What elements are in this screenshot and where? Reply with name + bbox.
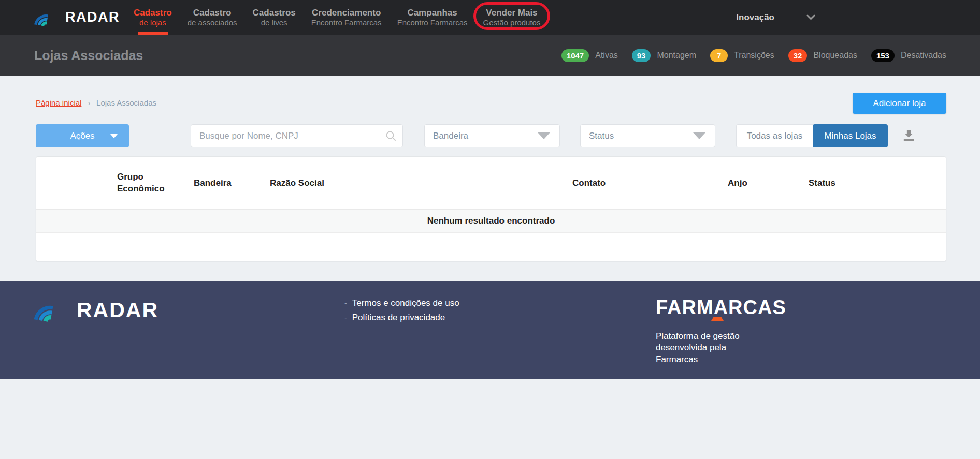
nav-item-title: Vender Mais xyxy=(486,7,537,18)
column-header-grupo-economico: Grupo Econômico xyxy=(117,171,194,195)
acoes-button-label: Ações xyxy=(70,131,94,141)
empty-state-row: Nenhum resultado encontrado xyxy=(36,210,946,233)
stat-pill: 1047 xyxy=(561,49,589,62)
privacy-link-label: Políticas de privacidade xyxy=(352,313,445,323)
nav-item-subtitle: de associados xyxy=(188,18,237,28)
radar-logo-icon xyxy=(34,297,66,323)
footer-links: - Termos e condições de uso - Políticas … xyxy=(344,281,656,379)
column-header-contato: Contato xyxy=(572,178,728,188)
main-content: Página inicial › Lojas Associadas Adicio… xyxy=(0,76,980,281)
nav-item-subtitle: de lojas xyxy=(139,18,166,28)
farmarcas-tagline: Plataforma de gestão desenvolvida pela F… xyxy=(656,331,786,365)
bandeira-select[interactable]: Bandeira xyxy=(424,124,560,147)
stat-label: Bloqueadas xyxy=(813,51,857,60)
nav-item-title: Credenciamento xyxy=(312,7,381,18)
download-icon xyxy=(901,128,916,143)
radar-logo: RADAR xyxy=(34,0,120,35)
column-header-label: Grupo Econômico xyxy=(117,171,169,195)
nav-item-campanhas[interactable]: Campanhas Encontro Farmarcas xyxy=(390,0,475,35)
farmarcas-wordmark: FARMARCAS xyxy=(656,297,786,318)
stat-transicoes[interactable]: 7 Transições xyxy=(710,49,774,62)
stat-pill: 153 xyxy=(871,49,895,62)
search-input[interactable] xyxy=(191,124,403,147)
empty-state-message: Nenhum resultado encontrado xyxy=(427,216,555,226)
breadcrumb-home-link[interactable]: Página inicial xyxy=(36,98,81,107)
nav-item-cadastro-associados[interactable]: Cadastro de associados xyxy=(180,0,245,35)
bandeira-select-value: Bandeira xyxy=(433,131,468,141)
terms-link[interactable]: - Termos e condições de uso xyxy=(344,298,656,308)
nav-item-credenciamento[interactable]: Credenciamento Encontro Farmarcas xyxy=(304,0,390,35)
search-icon xyxy=(385,130,396,141)
breadcrumb-row: Página inicial › Lojas Associadas Adicio… xyxy=(36,93,946,114)
page-title: Lojas Associadas xyxy=(34,48,143,63)
breadcrumb-separator: › xyxy=(88,99,90,107)
farmarcas-logo: FARMARCAS xyxy=(656,298,786,317)
nav-item-cadastro-lojas[interactable]: Cadastro de lojas xyxy=(126,0,180,35)
adicionar-loja-button[interactable]: Adicionar loja xyxy=(853,93,946,114)
dash-bullet: - xyxy=(344,299,347,307)
filter-row: Ações Bandeira Status Todas as lojas Min… xyxy=(36,124,946,147)
tagline-line: Farmarcas xyxy=(656,354,786,365)
dropdown-caret-icon xyxy=(693,132,705,139)
user-menu-label: Inovação xyxy=(736,12,774,23)
toggle-todas-as-lojas-button[interactable]: Todas as lojas xyxy=(736,124,813,147)
status-select-value: Status xyxy=(589,131,614,141)
terms-link-label: Termos e condições de uso xyxy=(352,298,459,308)
footer-partner-block: FARMARCAS Plataforma de gestão desenvolv… xyxy=(656,281,786,379)
inovacao-menu[interactable]: Inovação xyxy=(736,0,815,35)
nav-items: Cadastro de lojas Cadastro de associados… xyxy=(126,0,548,35)
stat-bloqueadas[interactable]: 32 Bloqueadas xyxy=(788,49,857,62)
stat-pill: 7 xyxy=(710,49,728,62)
toggle-minhas-lojas-button[interactable]: Minhas Lojas xyxy=(813,124,888,147)
stat-montagem[interactable]: 93 Montagem xyxy=(632,49,696,62)
top-nav: RADAR Cadastro de lojas Cadastro de asso… xyxy=(0,0,980,35)
nav-item-title: Cadastro xyxy=(134,7,172,18)
nav-item-subtitle: de lives xyxy=(261,18,287,28)
stat-ativas[interactable]: 1047 Ativas xyxy=(561,49,618,62)
stat-label: Ativas xyxy=(595,51,618,60)
table-filler xyxy=(36,233,946,261)
download-button[interactable] xyxy=(900,127,917,145)
footer-brand-block: RADAR xyxy=(34,281,344,379)
tagline-line: desenvolvida pela xyxy=(656,343,786,353)
column-header-status: Status xyxy=(809,178,946,188)
lojas-toggle: Todas as lojas Minhas Lojas xyxy=(736,124,888,147)
nav-item-title: Cadastros xyxy=(253,7,296,18)
radar-logo-icon xyxy=(34,8,58,27)
footer-radar-logo: RADAR xyxy=(34,297,344,323)
stat-pill: 93 xyxy=(632,49,651,62)
column-header-razao-social: Razão Social xyxy=(270,178,572,188)
subheader: Lojas Associadas 1047 Ativas 93 Montagem… xyxy=(0,35,980,76)
stat-label: Montagem xyxy=(657,51,696,60)
footer-brand-text: RADAR xyxy=(77,298,158,322)
search-box xyxy=(191,124,403,147)
nav-item-subtitle: Gestão produtos xyxy=(483,18,541,28)
breadcrumb: Página inicial › Lojas Associadas xyxy=(36,98,156,107)
status-select[interactable]: Status xyxy=(580,124,715,147)
table-header-row: Grupo Econômico Bandeira Razão Social Co… xyxy=(36,157,946,210)
tagline-line: Plataforma de gestão xyxy=(656,331,786,342)
brand-text: RADAR xyxy=(65,9,120,25)
stat-label: Transições xyxy=(734,51,774,60)
privacy-link[interactable]: - Políticas de privacidade xyxy=(344,313,656,323)
stat-pill: 32 xyxy=(788,49,808,62)
dash-bullet: - xyxy=(344,314,347,322)
chevron-down-icon xyxy=(806,14,815,20)
column-header-anjo: Anjo xyxy=(728,178,809,188)
nav-item-title: Cadastro xyxy=(193,7,232,18)
stores-table-card: Grupo Econômico Bandeira Razão Social Co… xyxy=(36,156,946,261)
dropdown-caret-icon xyxy=(538,132,550,139)
status-counters: 1047 Ativas 93 Montagem 7 Transições 32 … xyxy=(547,49,946,62)
nav-item-vender-mais[interactable]: Vender Mais Gestão produtos xyxy=(475,0,549,35)
stat-label: Desativadas xyxy=(901,51,946,60)
column-header-bandeira: Bandeira xyxy=(194,178,270,188)
caret-down-icon xyxy=(110,134,118,138)
stat-desativadas[interactable]: 153 Desativadas xyxy=(871,49,946,62)
breadcrumb-current: Lojas Associadas xyxy=(96,98,156,107)
nav-item-title: Campanhas xyxy=(407,7,457,18)
nav-item-cadastros-lives[interactable]: Cadastros de lives xyxy=(245,0,304,35)
nav-item-subtitle: Encontro Farmarcas xyxy=(311,18,382,28)
nav-item-subtitle: Encontro Farmarcas xyxy=(397,18,468,28)
footer: RADAR - Termos e condições de uso - Polí… xyxy=(0,281,980,379)
acoes-button[interactable]: Ações xyxy=(36,124,129,147)
